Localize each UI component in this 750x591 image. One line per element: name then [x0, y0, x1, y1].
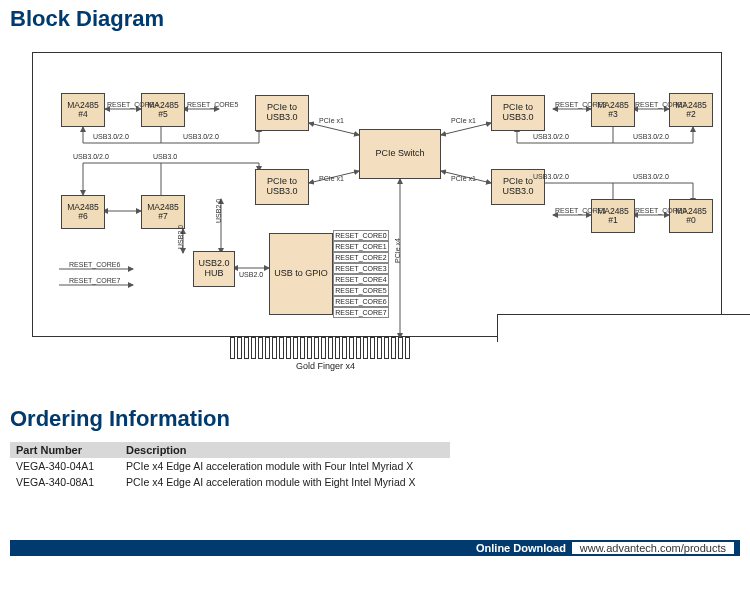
label-reset-core1: RESET_CORE1: [555, 207, 606, 214]
ordering-section: Ordering Information Part Number Descrip…: [10, 400, 740, 490]
label-usb30: USB3.0: [153, 153, 177, 160]
table-row: VEGA-340-08A1 PCIe x4 Edge AI accelerati…: [10, 474, 450, 490]
label-usb3020-g: USB3.0/2.0: [633, 173, 669, 180]
label-usb3020-d: USB3.0/2.0: [633, 133, 669, 140]
svg-line-4: [309, 123, 359, 135]
label-reset-core2: RESET_CORE2: [635, 101, 686, 108]
col-description: Description: [120, 442, 450, 458]
footer-download-label: Online Download: [470, 542, 572, 554]
label-usb3020-e: USB3.0/2.0: [73, 153, 109, 160]
reset-core-row-5: RESET_CORE5: [333, 285, 389, 296]
ordering-table: Part Number Description VEGA-340-04A1 PC…: [10, 442, 450, 490]
reset-core-row-2: RESET_CORE2: [333, 252, 389, 263]
label-usb20-c: USB2.0: [239, 271, 263, 278]
reset-core-row-7: RESET_CORE7: [333, 307, 389, 318]
block-pcie-usb-tl: PCIe toUSB3.0: [255, 95, 309, 131]
label-reset-core6: RESET_CORE6: [69, 261, 120, 268]
heading-block-diagram: Block Diagram: [0, 0, 750, 38]
label-reset-core5: RESET_CORE5: [187, 101, 238, 108]
cell-pn-1: VEGA-340-08A1: [10, 474, 120, 490]
gold-finger-label: Gold Finger x4: [296, 361, 355, 371]
block-ma2485-1: MA2485#1: [591, 199, 635, 233]
reset-core-row-4: RESET_CORE4: [333, 274, 389, 285]
cell-desc-1: PCIe x4 Edge AI acceleration module with…: [120, 474, 450, 490]
cell-pn-0: VEGA-340-04A1: [10, 458, 120, 474]
gold-fingers: [230, 337, 430, 359]
block-pcie-switch: PCIe Switch: [359, 129, 441, 179]
heading-ordering: Ordering Information: [10, 400, 740, 438]
block-ma2485-4: MA2485#4: [61, 93, 105, 127]
block-ma2485-6: MA2485#6: [61, 195, 105, 229]
block-ma2485-2: MA2485#2: [669, 93, 713, 127]
label-reset-core0: RESET_CORE0: [635, 207, 686, 214]
label-usb3020-f: USB3.0/2.0: [533, 173, 569, 180]
svg-line-5: [441, 123, 491, 135]
label-reset-core7: RESET_CORE7: [69, 277, 120, 284]
block-ma2485-5: MA2485#5: [141, 93, 185, 127]
reset-core-row-0: RESET_CORE0: [333, 230, 389, 241]
label-reset-core4: RESET_CORE4: [107, 101, 158, 108]
board-notch: [497, 314, 750, 342]
table-row: VEGA-340-04A1 PCIe x4 Edge AI accelerati…: [10, 458, 450, 474]
label-usb3020-c: USB3.0/2.0: [533, 133, 569, 140]
block-ma2485-0: MA2485#0: [669, 199, 713, 233]
board-outline: MA2485#4 MA2485#5 PCIe toUSB3.0 PCIe toU…: [32, 52, 722, 337]
label-usb20-a: USB2.0: [215, 199, 222, 223]
label-reset-core3: RESET_CORE3: [555, 101, 606, 108]
block-usb2-hub: USB2.0HUB: [193, 251, 235, 287]
reset-core-row-3: RESET_CORE3: [333, 263, 389, 274]
block-pcie-usb-bl: PCIe toUSB3.0: [255, 169, 309, 205]
label-pcie-x1-c: PCIe x1: [319, 175, 344, 182]
label-pcie-x1-b: PCIe x1: [451, 117, 476, 124]
block-usb-gpio: USB to GPIO: [269, 233, 333, 315]
footer-url[interactable]: www.advantech.com/products: [572, 542, 734, 554]
label-pcie-x4: PCIe x4: [394, 238, 401, 263]
label-pcie-x1-d: PCIe x1: [451, 175, 476, 182]
reset-core-row-1: RESET_CORE1: [333, 241, 389, 252]
label-usb3020-b: USB3.0/2.0: [183, 133, 219, 140]
col-part-number: Part Number: [10, 442, 120, 458]
label-usb3020-a: USB3.0/2.0: [93, 133, 129, 140]
label-usb20-b: USB2.0: [177, 225, 184, 249]
footer-bar: Online Download www.advantech.com/produc…: [10, 540, 740, 556]
cell-desc-0: PCIe x4 Edge AI acceleration module with…: [120, 458, 450, 474]
block-pcie-usb-tr: PCIe toUSB3.0: [491, 95, 545, 131]
reset-core-row-6: RESET_CORE6: [333, 296, 389, 307]
table-header-row: Part Number Description: [10, 442, 450, 458]
block-ma2485-3: MA2485#3: [591, 93, 635, 127]
label-pcie-x1-a: PCIe x1: [319, 117, 344, 124]
